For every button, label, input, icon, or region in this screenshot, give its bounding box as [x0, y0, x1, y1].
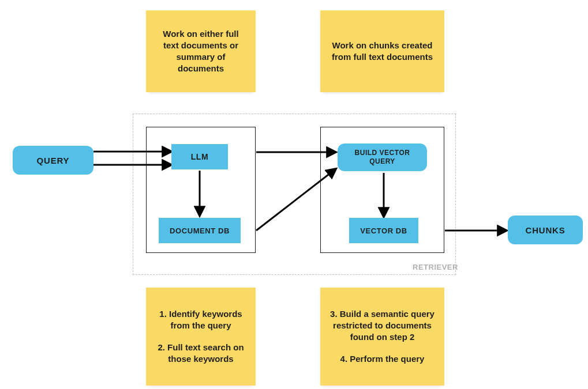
- sticky-bottom-right: 3. Build a semantic query restricted to …: [320, 288, 444, 386]
- sticky-top-right: Work on chunks created from full text do…: [320, 10, 444, 92]
- sticky-bottom-left: 1. Identify keywords from the query 2. F…: [146, 288, 256, 386]
- retriever-label: RETRIEVER: [413, 263, 458, 271]
- sticky-top-left-text: Work on either full text documents or su…: [154, 28, 248, 75]
- node-query-label: QUERY: [37, 156, 70, 165]
- node-vector-db-label: VECTOR DB: [360, 226, 407, 235]
- sticky-bottom-left-step1: 1. Identify keywords from the query: [154, 308, 248, 332]
- node-query: QUERY: [13, 146, 93, 175]
- sticky-bottom-left-step2: 2. Full text search on those keywords: [154, 342, 248, 365]
- node-llm-label: LLM: [191, 152, 209, 161]
- node-chunks-label: CHUNKS: [526, 225, 565, 235]
- sticky-top-right-text: Work on chunks created from full text do…: [328, 40, 436, 63]
- diagram-canvas: RETRIEVER QUERY LLM DOCUMENT DB: [0, 0, 588, 389]
- node-build-vector-query-label: BUILD VECTOR QUERY: [341, 149, 424, 166]
- sticky-bottom-right-step4: 4. Perform the query: [340, 353, 425, 365]
- node-vector-db: VECTOR DB: [349, 218, 418, 243]
- node-chunks: CHUNKS: [508, 216, 583, 244]
- node-document-db: DOCUMENT DB: [159, 218, 241, 243]
- node-llm: LLM: [171, 144, 228, 169]
- node-document-db-label: DOCUMENT DB: [170, 226, 230, 235]
- sticky-top-left: Work on either full text documents or su…: [146, 10, 256, 92]
- sticky-bottom-right-step3: 3. Build a semantic query restricted to …: [328, 308, 436, 343]
- node-build-vector-query: BUILD VECTOR QUERY: [338, 143, 427, 171]
